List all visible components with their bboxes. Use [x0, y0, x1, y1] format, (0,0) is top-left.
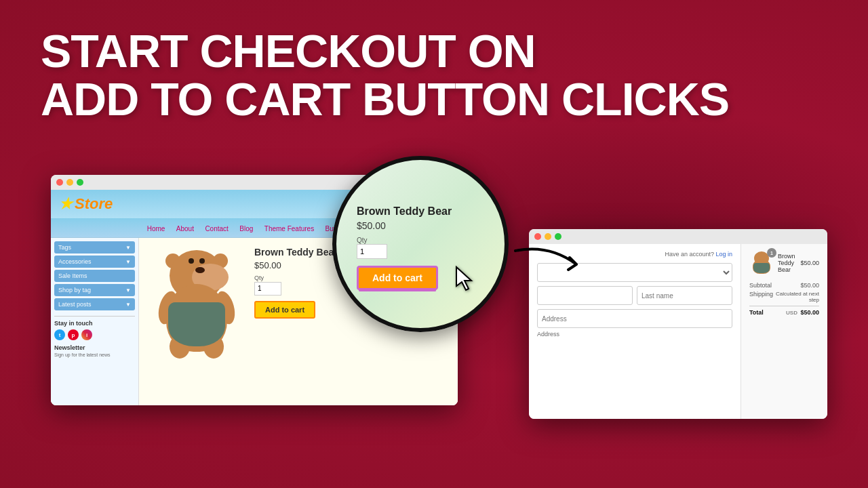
address-row: Address	[537, 309, 732, 338]
newsletter-sub: Sign up for the latest news	[54, 352, 135, 357]
teddy-eye-left	[189, 258, 194, 264]
address-input[interactable]	[537, 309, 732, 328]
headline-line1: START CHECKOUT ON	[41, 27, 729, 75]
twitter-icon[interactable]: t	[54, 329, 65, 340]
sidebar-item-shopbytag[interactable]: Shop by tag▼	[54, 284, 135, 296]
pinterest-icon[interactable]: p	[68, 329, 79, 340]
checkout-order-summary: 1 Brown Teddy Bear $50.00 Subtotal $50.0…	[741, 244, 827, 419]
shipping-line: Shipping Calculated at next step	[749, 291, 819, 303]
checkout-product-name: Brown Teddy Bear	[778, 253, 796, 273]
nav-about[interactable]: About	[176, 225, 194, 232]
teddy-bear-image	[156, 250, 237, 359]
newsletter-label: Newsletter	[54, 344, 135, 351]
svg-marker-0	[456, 267, 471, 290]
product-image-area	[146, 243, 248, 365]
last-name-input[interactable]	[637, 286, 732, 305]
star-icon: ★	[59, 195, 73, 212]
shipping-label: Shipping	[749, 291, 773, 303]
total-amount: $50.00	[800, 309, 819, 316]
teddy-shirt	[168, 302, 225, 346]
magnify-content: Brown Teddy Bear $50.00 Qty Add to cart	[336, 160, 505, 328]
subtotal-line: Subtotal $50.00	[749, 282, 819, 289]
teddy-eye-right	[199, 258, 205, 264]
social-label: Stay in touch	[54, 320, 135, 327]
checkout-product-row: 1 Brown Teddy Bear $50.00	[749, 251, 819, 275]
total-value: USD $50.00	[786, 309, 819, 316]
mag-qty-input[interactable]	[357, 244, 387, 259]
instagram-icon[interactable]: i	[81, 329, 92, 340]
qty-badge: 1	[767, 248, 776, 258]
sidebar-item-latestposts[interactable]: Latest posts▼	[54, 298, 135, 310]
sidebar-item-sale[interactable]: Sale Items	[54, 270, 135, 282]
checkout-product-price: $50.00	[800, 260, 819, 266]
login-link[interactable]: Log in	[715, 251, 732, 258]
teddy-nose	[195, 267, 205, 273]
shipping-value: Calculated at next step	[773, 291, 819, 303]
store-logo: ★Store	[59, 195, 113, 213]
social-icons: t p i	[54, 329, 135, 340]
add-to-cart-button[interactable]: Add to cart	[254, 301, 315, 319]
nav-features[interactable]: Theme Features	[264, 225, 314, 232]
headline-line2: ADD TO CART BUTTON CLICKS	[41, 75, 729, 123]
maximize-dot[interactable]	[77, 179, 83, 186]
sidebar-item-accessories[interactable]: Accessories▼	[54, 256, 135, 268]
store-sidebar-social: Stay in touch t p i Newsletter Sign up f…	[54, 316, 135, 357]
mini-teddy-shirt	[753, 263, 770, 273]
checkout-product-image: 1	[749, 251, 774, 275]
arrow-right-indicator	[509, 237, 590, 294]
nav-blog[interactable]: Blog	[239, 225, 253, 232]
mag-product-price: $50.00	[357, 220, 386, 231]
total-label: Total	[749, 309, 764, 316]
close-dot[interactable]	[56, 179, 63, 186]
mag-add-to-cart-button[interactable]: Add to cart	[357, 266, 438, 290]
mag-product-title: Brown Teddy Bear	[357, 205, 452, 218]
minimize-dot[interactable]	[66, 179, 73, 186]
magnify-circle: Brown Teddy Bear $50.00 Qty Add to cart	[332, 156, 509, 332]
store-sidebar: Tags▼ Accessories▼ Sale Items Shop by ta…	[51, 238, 139, 405]
total-currency: USD	[786, 310, 797, 316]
cursor-pointer	[451, 264, 478, 294]
total-line: Total USD $50.00	[749, 306, 819, 316]
subtotal-label: Subtotal	[749, 282, 772, 289]
address-label: Address	[537, 331, 732, 338]
sidebar-item-tags[interactable]: Tags▼	[54, 241, 135, 253]
qty-input[interactable]	[254, 282, 281, 296]
nav-contact[interactable]: Contact	[205, 225, 228, 232]
subtotal-value: $50.00	[800, 282, 819, 289]
headline: START CHECKOUT ON ADD TO CART BUTTON CLI…	[41, 27, 729, 124]
mag-qty-label: Qty	[357, 237, 368, 244]
nav-home[interactable]: Home	[147, 225, 165, 232]
